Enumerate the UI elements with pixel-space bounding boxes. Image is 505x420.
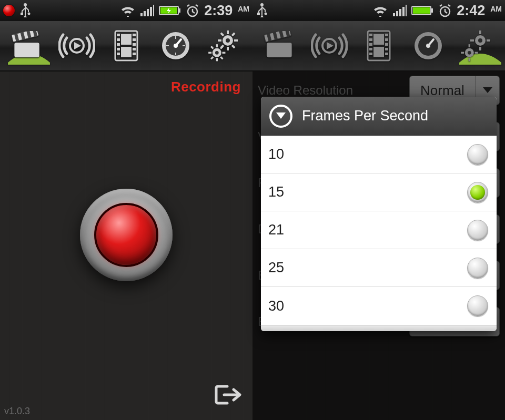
status-bar: 2:42 AM bbox=[252, 0, 505, 21]
svg-rect-32 bbox=[133, 53, 136, 55]
version-label: v1.0.3 bbox=[4, 406, 30, 417]
svg-rect-63 bbox=[261, 5, 262, 15]
fps-option-21[interactable]: 21 bbox=[261, 211, 497, 249]
svg-point-97 bbox=[426, 44, 430, 48]
svg-rect-5 bbox=[144, 11, 146, 16]
tab-record[interactable] bbox=[257, 24, 301, 68]
svg-rect-89 bbox=[369, 53, 372, 55]
record-screen: Recording v1.0.3 bbox=[0, 71, 252, 420]
svg-rect-2 bbox=[21, 13, 23, 15]
radio-icon bbox=[467, 258, 488, 279]
signal-icon bbox=[392, 4, 407, 17]
svg-rect-64 bbox=[257, 13, 260, 15]
svg-rect-28 bbox=[133, 34, 136, 36]
svg-rect-93 bbox=[385, 48, 388, 50]
svg-point-65 bbox=[265, 13, 267, 15]
svg-rect-59 bbox=[210, 46, 214, 49]
svg-rect-92 bbox=[385, 43, 388, 46]
svg-rect-33 bbox=[121, 34, 132, 45]
svg-rect-56 bbox=[208, 52, 211, 54]
svg-rect-100 bbox=[479, 30, 481, 34]
svg-rect-23 bbox=[117, 34, 120, 36]
svg-rect-109 bbox=[474, 52, 478, 54]
tab-settings[interactable] bbox=[456, 24, 500, 68]
svg-rect-67 bbox=[396, 11, 398, 16]
svg-rect-106 bbox=[468, 44, 470, 47]
svg-point-99 bbox=[478, 38, 482, 43]
battery-icon bbox=[411, 5, 433, 16]
signal-icon bbox=[140, 4, 155, 17]
radio-icon bbox=[467, 295, 488, 316]
record-button-light-icon bbox=[94, 202, 158, 267]
status-bar: 2:39 AM bbox=[0, 0, 252, 21]
svg-rect-31 bbox=[133, 48, 136, 50]
dialog-header: Frames Per Second bbox=[261, 97, 497, 136]
svg-rect-57 bbox=[222, 52, 225, 54]
svg-rect-10 bbox=[179, 8, 180, 13]
fps-option-10[interactable]: 10 bbox=[261, 136, 497, 173]
svg-rect-26 bbox=[117, 48, 120, 50]
fps-option-25[interactable]: 25 bbox=[261, 249, 497, 287]
usb-icon bbox=[19, 3, 32, 18]
svg-rect-70 bbox=[406, 5, 407, 16]
status-ampm: AM bbox=[238, 5, 249, 13]
tab-videos[interactable] bbox=[104, 24, 148, 68]
status-time: 2:42 bbox=[457, 3, 485, 19]
svg-rect-13 bbox=[14, 43, 39, 57]
svg-rect-61 bbox=[210, 56, 214, 60]
fps-option-15[interactable]: 15 bbox=[261, 173, 497, 211]
svg-rect-25 bbox=[117, 43, 120, 46]
phone-left: 2:39 AM Recording v1.0 bbox=[0, 0, 252, 420]
svg-rect-91 bbox=[385, 38, 388, 41]
svg-rect-27 bbox=[117, 53, 120, 55]
alarm-icon bbox=[185, 4, 200, 17]
record-button[interactable] bbox=[80, 188, 173, 281]
option-label: 21 bbox=[268, 222, 284, 238]
phone-right: 2:42 AM Video Resolution Normal bbox=[252, 0, 505, 420]
tab-videos[interactable] bbox=[357, 24, 401, 68]
dropdown-indicator-icon bbox=[269, 105, 292, 128]
tab-settings[interactable] bbox=[204, 24, 248, 68]
svg-rect-73 bbox=[413, 7, 430, 14]
radio-icon bbox=[467, 220, 488, 241]
svg-rect-6 bbox=[147, 9, 149, 16]
svg-rect-44 bbox=[227, 30, 229, 34]
svg-rect-29 bbox=[133, 38, 136, 41]
battery-icon bbox=[159, 5, 181, 16]
recording-indicator-icon bbox=[3, 5, 15, 16]
option-label: 30 bbox=[268, 298, 284, 314]
svg-point-3 bbox=[28, 13, 31, 15]
svg-rect-45 bbox=[227, 47, 229, 50]
option-label: 25 bbox=[268, 260, 284, 276]
svg-rect-75 bbox=[267, 43, 292, 57]
svg-rect-90 bbox=[385, 34, 388, 36]
svg-point-43 bbox=[226, 38, 230, 43]
exit-button[interactable] bbox=[214, 383, 242, 408]
tab-performance[interactable] bbox=[406, 24, 450, 68]
option-label: 15 bbox=[268, 184, 284, 200]
fps-option-30[interactable]: 30 bbox=[261, 287, 497, 325]
tab-live[interactable] bbox=[307, 24, 351, 68]
svg-rect-101 bbox=[479, 47, 481, 50]
svg-rect-30 bbox=[133, 43, 136, 46]
svg-point-53 bbox=[215, 51, 219, 55]
svg-rect-8 bbox=[153, 5, 154, 16]
svg-rect-34 bbox=[121, 47, 132, 57]
tab-performance[interactable] bbox=[154, 24, 198, 68]
status-time: 2:39 bbox=[204, 3, 233, 19]
recording-status-label: Recording bbox=[171, 79, 241, 95]
svg-rect-86 bbox=[369, 38, 372, 41]
svg-rect-107 bbox=[468, 58, 470, 62]
svg-rect-60 bbox=[220, 56, 224, 60]
fps-dialog: Frames Per Second 10 15 21 25 bbox=[261, 97, 497, 331]
svg-rect-103 bbox=[487, 39, 490, 42]
svg-rect-54 bbox=[216, 44, 217, 47]
tab-record[interactable] bbox=[5, 24, 49, 68]
radio-icon bbox=[467, 144, 488, 165]
svg-rect-84 bbox=[373, 47, 384, 57]
status-ampm: AM bbox=[490, 5, 502, 13]
svg-rect-49 bbox=[220, 32, 224, 36]
radio-icon bbox=[467, 182, 488, 203]
tab-live[interactable] bbox=[55, 24, 99, 68]
settings-screen: Video Resolution Normal V Fr D E E bbox=[252, 71, 505, 420]
